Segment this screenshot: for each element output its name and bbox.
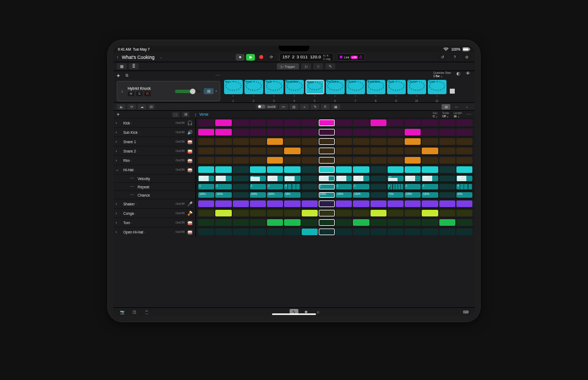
scene-up-arrow-icon[interactable]: ⌃ <box>374 95 377 99</box>
step-cell[interactable] <box>353 219 369 226</box>
lane-options-button[interactable]: ⋮ <box>192 112 199 117</box>
step-cell[interactable] <box>388 148 404 154</box>
step-cell[interactable] <box>456 120 472 126</box>
scene-cell[interactable]: Verse⌃5 <box>305 80 324 102</box>
step-cell[interactable] <box>302 200 318 207</box>
track-detail-button[interactable]: ▤ <box>204 88 214 94</box>
step-cell[interactable] <box>422 200 438 207</box>
midbar-btn-3[interactable]: + <box>300 104 309 110</box>
step-cell[interactable] <box>302 129 318 135</box>
step-subcell[interactable] <box>439 176 455 181</box>
step-cell[interactable] <box>284 138 300 145</box>
step-cell[interactable] <box>439 229 455 235</box>
step-cell[interactable] <box>284 129 300 135</box>
step-cell[interactable] <box>215 229 231 235</box>
step-cell[interactable] <box>284 157 300 164</box>
view-grid-button[interactable]: ▦ <box>117 63 127 69</box>
step-cell[interactable] <box>302 210 318 216</box>
step-cell[interactable] <box>422 148 438 154</box>
erase-button[interactable]: ☒ <box>182 112 189 117</box>
lane-expand-button[interactable]: › <box>116 221 121 225</box>
step-cell[interactable] <box>284 210 300 216</box>
step-cell[interactable] <box>439 219 455 226</box>
step-cell[interactable] <box>267 129 283 135</box>
step-cell[interactable] <box>233 229 249 235</box>
step-subcell[interactable]: 100 <box>405 176 421 181</box>
step-cell[interactable] <box>405 148 421 154</box>
lane-expand-button[interactable]: › <box>116 159 121 162</box>
fx2-button[interactable]: ☁ <box>138 104 146 110</box>
step-subcell[interactable]: 1 <box>198 184 214 189</box>
step-cell[interactable] <box>284 120 300 126</box>
step-cell[interactable] <box>336 200 352 207</box>
lane-name[interactable]: Sub Kick ◦ <box>123 131 173 134</box>
step-cell[interactable] <box>233 120 249 126</box>
step-cell[interactable] <box>302 166 318 173</box>
step-cell[interactable] <box>439 148 455 154</box>
step-cell[interactable] <box>353 200 369 207</box>
step-subcell[interactable]: 75% <box>388 192 404 198</box>
step-cell[interactable] <box>215 200 231 207</box>
step-cell[interactable] <box>319 129 335 135</box>
step-cell[interactable] <box>215 120 231 126</box>
scene-cell[interactable]: Breakdown⌃8 <box>366 80 385 102</box>
cycle-button[interactable]: ⟳ <box>267 54 276 61</box>
step-cell[interactable] <box>250 138 266 145</box>
home-indicator[interactable] <box>272 313 316 315</box>
step-cell[interactable] <box>353 148 369 154</box>
step-cell[interactable] <box>456 138 472 145</box>
step-cell[interactable] <box>198 120 214 126</box>
scene-cell[interactable]: Hook⌃3 <box>264 80 284 102</box>
step-subcell[interactable] <box>302 184 318 189</box>
step-subcell[interactable]: 100% <box>422 192 438 198</box>
midbar-more-button[interactable]: ⋯ <box>452 104 461 110</box>
midbar-btn-1[interactable]: ▭ <box>279 104 288 110</box>
step-cell[interactable] <box>233 148 249 154</box>
midbar-btn-4[interactable]: ✎ <box>311 104 319 110</box>
step-cell[interactable] <box>302 138 318 145</box>
stop-button[interactable]: ■ <box>236 54 244 61</box>
lane-sub-more-icon[interactable]: ⋯ <box>130 184 135 189</box>
keyboard-button[interactable]: ⌨ <box>461 309 470 315</box>
scene-up-arrow-icon[interactable]: ⌃ <box>354 95 357 99</box>
step-cell[interactable] <box>250 210 266 216</box>
step-cell[interactable] <box>456 148 472 154</box>
lane-expand-button[interactable]: › <box>116 140 121 144</box>
step-subcell[interactable]: 1 <box>267 184 283 189</box>
lane-instrument-icon[interactable]: 🥁 <box>187 157 193 164</box>
step-cell[interactable] <box>422 210 438 216</box>
lane-instrument-icon[interactable]: 🥁 <box>187 219 193 226</box>
pattern-scale[interactable]: ScaleOff ⌄ <box>442 111 449 118</box>
step-cell[interactable] <box>422 138 438 145</box>
step-subcell[interactable]: 100% <box>353 192 369 198</box>
pattern-name[interactable]: Verse <box>199 112 209 116</box>
step-subcell[interactable]: 1 <box>336 184 352 189</box>
lane-expand-button[interactable]: › <box>116 121 121 125</box>
step-cell[interactable] <box>215 166 231 173</box>
step-cell[interactable] <box>371 200 386 207</box>
step-cell[interactable] <box>353 157 369 164</box>
step-cell[interactable] <box>319 148 335 154</box>
step-cell[interactable] <box>371 166 386 173</box>
add-track-button[interactable]: + <box>117 73 120 79</box>
project-title[interactable]: What's Cooking <box>122 55 154 60</box>
step-cell[interactable] <box>198 166 214 173</box>
step-subcell[interactable]: 1 <box>405 184 421 189</box>
step-cell[interactable] <box>405 129 421 135</box>
step-cell[interactable] <box>405 157 421 164</box>
pattern-more-button[interactable]: ⋯ <box>466 112 471 117</box>
lcd-display[interactable]: 157 2 3 011 120.0 4 / 4 C maj <box>279 53 334 62</box>
step-cell[interactable] <box>336 166 352 173</box>
step-cell[interactable] <box>439 210 455 216</box>
lane-name[interactable]: Hi-Hat ◦ <box>123 168 173 172</box>
lane-name[interactable]: Snare 1 ◦ <box>123 140 173 144</box>
scene-cell[interactable]: Outro⌃11 <box>427 80 447 102</box>
step-subcell[interactable]: 1 <box>215 184 231 189</box>
pattern-key[interactable]: KeyC ⌄ <box>433 111 438 118</box>
step-cell[interactable] <box>371 229 386 235</box>
step-subcell[interactable]: 100% <box>215 192 231 198</box>
step-cell[interactable] <box>456 157 472 164</box>
record-button[interactable] <box>257 54 265 61</box>
lane-name[interactable]: Snare 2 ◦ <box>123 149 173 153</box>
step-cell[interactable] <box>284 148 300 154</box>
